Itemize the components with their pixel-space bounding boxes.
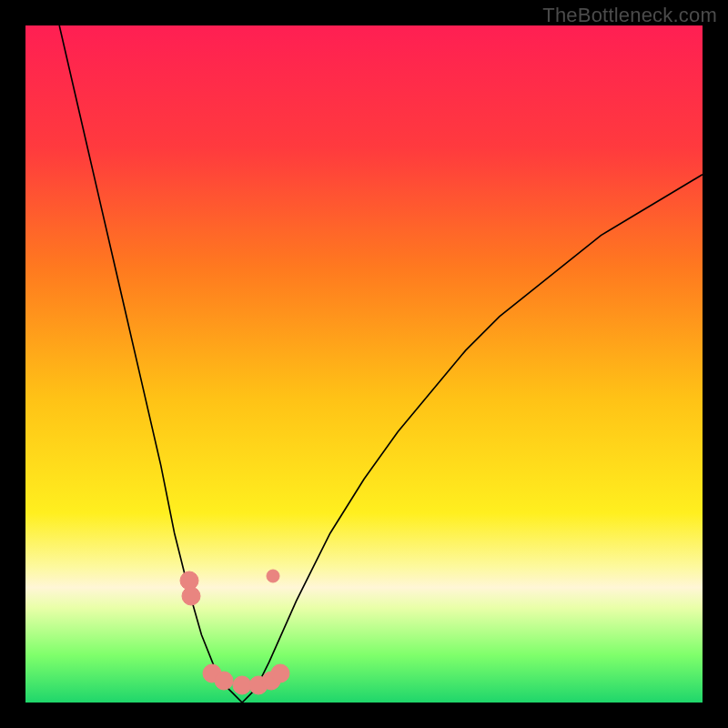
data-point-marker [233, 676, 251, 694]
data-point-marker [182, 587, 200, 605]
bottleneck-curve [25, 25, 703, 703]
watermark-text: TheBottleneck.com [542, 4, 717, 27]
plot-area [25, 25, 703, 703]
data-point-marker [267, 570, 279, 582]
data-point-marker [215, 672, 233, 690]
outer-frame: TheBottleneck.com [0, 0, 728, 728]
data-point-marker [271, 664, 289, 682]
